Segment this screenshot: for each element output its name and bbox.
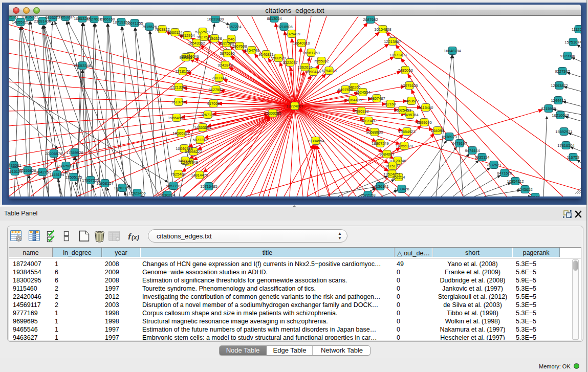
svg-text:2803144: 2803144 bbox=[211, 76, 226, 80]
svg-text:9245652: 9245652 bbox=[517, 187, 532, 192]
svg-text:10025453: 10025453 bbox=[394, 108, 411, 113]
svg-text:12213967: 12213967 bbox=[384, 39, 401, 44]
svg-text:8215955: 8215955 bbox=[541, 106, 556, 111]
svg-text:417006: 417006 bbox=[207, 101, 220, 106]
svg-text:12923466: 12923466 bbox=[128, 191, 145, 195]
svg-text:746266: 746266 bbox=[347, 85, 360, 90]
svg-text:1610755: 1610755 bbox=[171, 100, 186, 104]
svg-text:1362615: 1362615 bbox=[297, 65, 312, 70]
svg-text:1527602: 1527602 bbox=[86, 17, 101, 21]
svg-text:12325419: 12325419 bbox=[283, 32, 300, 36]
svg-text:9130284: 9130284 bbox=[160, 193, 175, 197]
svg-text:5873352: 5873352 bbox=[192, 138, 207, 142]
svg-text:12505115: 12505115 bbox=[66, 175, 82, 180]
svg-text:5322571: 5322571 bbox=[195, 30, 210, 34]
svg-text:6899695: 6899695 bbox=[417, 120, 431, 125]
svg-text:7986322: 7986322 bbox=[354, 109, 368, 114]
svg-text:15692971: 15692971 bbox=[555, 129, 572, 134]
svg-text:2087682: 2087682 bbox=[363, 17, 378, 22]
svg-text:62160: 62160 bbox=[385, 102, 396, 106]
svg-text:16640910: 16640910 bbox=[293, 41, 310, 46]
svg-text:19654923: 19654923 bbox=[398, 129, 415, 134]
svg-text:8471626: 8471626 bbox=[497, 171, 512, 176]
svg-text:1588520: 1588520 bbox=[271, 56, 286, 60]
svg-text:16543362: 16543362 bbox=[188, 41, 205, 46]
svg-text:9084067: 9084067 bbox=[379, 152, 394, 157]
svg-text:7485063: 7485063 bbox=[398, 68, 412, 73]
svg-text:3624554: 3624554 bbox=[355, 90, 370, 95]
svg-text:19384554: 19384554 bbox=[307, 139, 324, 143]
svg-text:164095: 164095 bbox=[431, 128, 444, 133]
svg-text:8912954: 8912954 bbox=[180, 33, 194, 38]
svg-text:8990448: 8990448 bbox=[306, 70, 320, 74]
svg-text:16648784: 16648784 bbox=[444, 49, 461, 53]
svg-text:16154808: 16154808 bbox=[374, 27, 391, 32]
svg-text:9474444: 9474444 bbox=[465, 148, 480, 153]
svg-text:20206576: 20206576 bbox=[45, 151, 62, 156]
svg-text:7357224: 7357224 bbox=[226, 25, 241, 29]
svg-text:116753: 116753 bbox=[567, 155, 579, 160]
svg-text:16033809: 16033809 bbox=[207, 17, 224, 21]
svg-text:15751074: 15751074 bbox=[564, 40, 581, 45]
svg-text:3267110: 3267110 bbox=[201, 113, 215, 117]
svg-text:16961758: 16961758 bbox=[302, 51, 319, 55]
svg-text:10120746: 10120746 bbox=[389, 159, 406, 163]
svg-text:20975887: 20975887 bbox=[57, 164, 74, 168]
svg-text:9329906: 9329906 bbox=[560, 54, 575, 58]
svg-text:252214: 252214 bbox=[392, 175, 405, 180]
svg-text:7955812: 7955812 bbox=[314, 59, 329, 63]
svg-text:6794028: 6794028 bbox=[321, 69, 336, 73]
svg-text:3875685: 3875685 bbox=[220, 51, 234, 56]
svg-text:15716485: 15716485 bbox=[200, 184, 217, 189]
svg-text:20053346: 20053346 bbox=[74, 63, 91, 68]
svg-text:14353594: 14353594 bbox=[194, 125, 211, 130]
svg-text:6479197: 6479197 bbox=[452, 141, 467, 146]
svg-text:13495764: 13495764 bbox=[401, 113, 418, 117]
svg-text:9227342: 9227342 bbox=[555, 69, 570, 74]
svg-text:9242848: 9242848 bbox=[217, 63, 232, 68]
svg-text:(x): (x) bbox=[132, 234, 139, 241]
svg-text:15720407: 15720407 bbox=[360, 119, 377, 123]
svg-text:14914479: 14914479 bbox=[191, 173, 208, 178]
svg-text:19218506: 19218506 bbox=[275, 25, 292, 29]
svg-text:9463627: 9463627 bbox=[404, 99, 419, 103]
svg-text:17359928: 17359928 bbox=[66, 150, 83, 155]
svg-text:2935114: 2935114 bbox=[475, 155, 490, 160]
svg-text:1145194: 1145194 bbox=[50, 172, 64, 177]
svg-text:9605261: 9605261 bbox=[9, 16, 19, 19]
svg-text:3409946: 3409946 bbox=[178, 159, 192, 163]
svg-text:5322037: 5322037 bbox=[282, 60, 297, 65]
svg-text:12942757: 12942757 bbox=[34, 170, 51, 174]
svg-text:9245: 9245 bbox=[531, 195, 540, 197]
svg-text:17816504: 17816504 bbox=[557, 143, 574, 148]
svg-text:8672158: 8672158 bbox=[360, 193, 375, 197]
svg-text:8938923: 8938923 bbox=[442, 135, 456, 139]
svg-text:10854112: 10854112 bbox=[507, 179, 524, 184]
svg-text:25300285: 25300285 bbox=[264, 111, 281, 116]
svg-text:14136141: 14136141 bbox=[372, 184, 388, 189]
svg-text:9657791: 9657791 bbox=[166, 184, 181, 188]
svg-text:10756928: 10756928 bbox=[396, 144, 412, 148]
svg-text:8427552: 8427552 bbox=[208, 87, 223, 92]
svg-text:10973493: 10973493 bbox=[389, 53, 406, 57]
svg-text:14055721: 14055721 bbox=[12, 20, 29, 25]
svg-text:18807249: 18807249 bbox=[372, 141, 388, 146]
svg-text:989613: 989613 bbox=[179, 55, 192, 60]
svg-text:1433061: 1433061 bbox=[9, 163, 21, 168]
svg-text:12093872: 12093872 bbox=[551, 83, 568, 88]
svg-text:10958157: 10958157 bbox=[96, 181, 113, 186]
svg-text:9115460: 9115460 bbox=[419, 105, 433, 110]
svg-text:18724007: 18724007 bbox=[286, 104, 303, 108]
svg-text:20364436: 20364436 bbox=[344, 98, 361, 102]
svg-text:8454749: 8454749 bbox=[244, 48, 259, 53]
svg-text:9627573: 9627573 bbox=[197, 35, 211, 39]
svg-text:12213369: 12213369 bbox=[170, 85, 187, 90]
svg-text:10688609: 10688609 bbox=[366, 130, 383, 135]
svg-text:1112546: 1112546 bbox=[572, 27, 581, 32]
svg-text:19654982: 19654982 bbox=[168, 116, 185, 120]
svg-text:16210643: 16210643 bbox=[552, 113, 569, 118]
svg-text:7632621: 7632621 bbox=[486, 163, 501, 167]
svg-text:12975125: 12975125 bbox=[401, 83, 418, 88]
svg-text:7625402: 7625402 bbox=[170, 172, 185, 177]
svg-text:10046788: 10046788 bbox=[176, 146, 192, 151]
